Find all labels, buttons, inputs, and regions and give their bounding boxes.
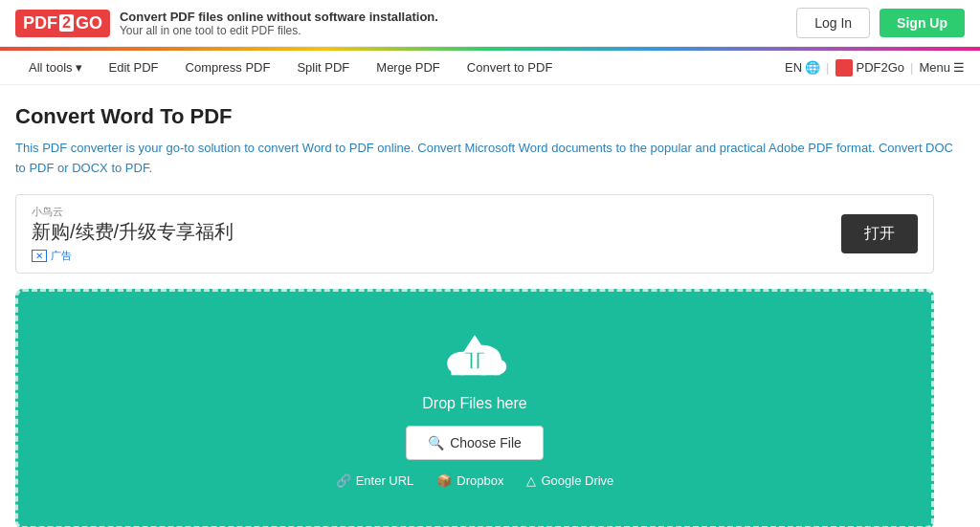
separator2: | xyxy=(910,60,913,75)
globe-icon: 🌐 xyxy=(805,60,820,75)
logo-two: 2 xyxy=(59,14,74,32)
ad-label: ✕ 广告 xyxy=(32,249,234,263)
ad-source: 小鸟云 xyxy=(32,205,234,219)
nav-edit-pdf[interactable]: Edit PDF xyxy=(96,51,172,84)
search-icon: 🔍 xyxy=(428,435,444,450)
logo: PDF 2 GO xyxy=(15,10,110,37)
nav: All tools ▾ Edit PDF Compress PDF Split … xyxy=(0,51,980,85)
google-drive-link[interactable]: △ Google Drive xyxy=(526,473,613,488)
login-button[interactable]: Log In xyxy=(796,8,870,38)
header: PDF 2 GO Convert PDF files online withou… xyxy=(0,0,980,47)
chevron-down-icon: ▾ xyxy=(76,60,82,75)
menu-icon: ☰ xyxy=(953,60,965,75)
dropbox-link[interactable]: 📦 Dropbox xyxy=(436,473,503,488)
menu-button[interactable]: Menu ☰ xyxy=(919,60,965,75)
tagline-sub: Your all in one tool to edit PDF files. xyxy=(120,24,438,37)
drop-text: Drop Files here xyxy=(37,395,912,412)
nav-split-pdf[interactable]: Split PDF xyxy=(283,51,363,84)
enter-url-link[interactable]: 🔗 Enter URL xyxy=(336,473,414,488)
header-buttons: Log In Sign Up xyxy=(796,8,965,38)
tagline-main: Convert PDF files online without softwar… xyxy=(120,10,438,24)
cloud-upload-icon xyxy=(441,330,508,384)
drop-zone[interactable]: Drop Files here 🔍 Choose File 🔗 Enter UR… xyxy=(15,289,934,527)
ad-banner: 小鸟云 新购/续费/升级专享福利 ✕ 广告 打开 xyxy=(15,194,934,274)
page-title: Convert Word To PDF xyxy=(15,104,965,129)
separator: | xyxy=(826,60,829,75)
tagline: Convert PDF files online without softwar… xyxy=(120,10,438,37)
link-icon: 🔗 xyxy=(336,473,351,488)
logo-area: PDF 2 GO Convert PDF files online withou… xyxy=(15,10,796,37)
nav-merge-pdf[interactable]: Merge PDF xyxy=(363,51,453,84)
dropbox-icon: 📦 xyxy=(436,473,452,488)
lang-label: EN xyxy=(785,60,802,75)
menu-label: Menu xyxy=(919,60,950,75)
lang-selector[interactable]: EN 🌐 xyxy=(785,60,820,75)
signup-button[interactable]: Sign Up xyxy=(880,9,965,37)
brand-icon xyxy=(835,59,853,77)
nav-convert-to-pdf[interactable]: Convert to PDF xyxy=(454,51,567,84)
enter-url-label: Enter URL xyxy=(356,473,414,488)
brand-label: PDF2Go xyxy=(857,60,905,75)
google-drive-label: Google Drive xyxy=(541,473,613,488)
dropbox-label: Dropbox xyxy=(457,473,503,488)
ad-badge-text: 广告 xyxy=(51,249,72,263)
main-content: Convert Word To PDF This PDF converter i… xyxy=(0,85,980,527)
ad-content: 小鸟云 新购/续费/升级专享福利 ✕ 广告 xyxy=(32,205,234,263)
choose-file-button[interactable]: 🔍 Choose File xyxy=(406,426,544,460)
logo-go: GO xyxy=(76,13,102,33)
nav-right: EN 🌐 | PDF2Go | Menu ☰ xyxy=(785,59,965,77)
ad-badge-icon: ✕ xyxy=(32,250,47,262)
nav-all-tools[interactable]: All tools ▾ xyxy=(15,51,96,84)
logo-pdf: PDF xyxy=(23,13,57,33)
choose-file-label: Choose File xyxy=(450,435,522,450)
description: This PDF converter is your go-to solutio… xyxy=(15,139,965,179)
drive-icon: △ xyxy=(526,473,536,488)
ad-open-button[interactable]: 打开 xyxy=(841,214,918,253)
nav-compress-pdf[interactable]: Compress PDF xyxy=(172,51,284,84)
drop-links: 🔗 Enter URL 📦 Dropbox △ Google Drive xyxy=(37,473,912,488)
ad-text: 新购/续费/升级专享福利 xyxy=(32,219,234,245)
brand-link[interactable]: PDF2Go xyxy=(835,59,905,77)
